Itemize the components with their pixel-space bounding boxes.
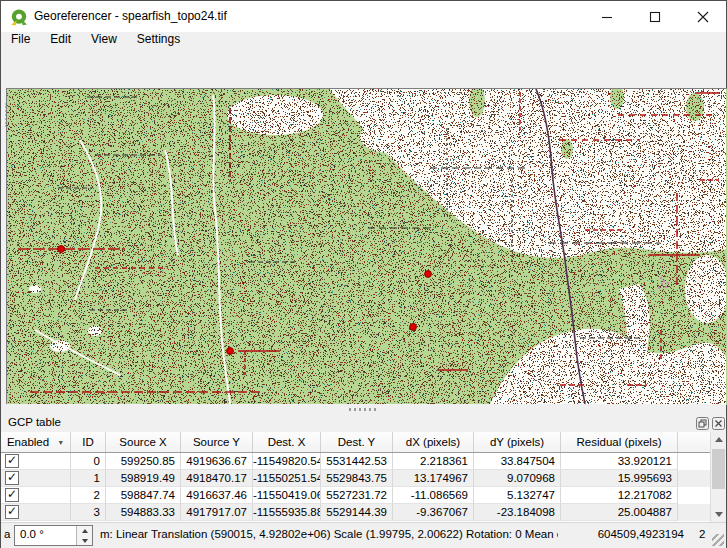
enabled-checkbox[interactable]: ✓: [5, 505, 19, 519]
gcp-cell[interactable]: 25.004887: [561, 504, 678, 521]
enabled-cell: ✓: [1, 487, 71, 504]
minimize-button[interactable]: [583, 1, 630, 32]
panel-close-button[interactable]: [711, 416, 725, 430]
gcp-cell[interactable]: -11549820.54: [253, 453, 321, 470]
gcp-cell[interactable]: 5531442.53: [321, 453, 393, 470]
rotation-label-truncated: a: [4, 528, 10, 540]
status-bar: a 0.0 ° m: Linear Translation (590015, 4…: [1, 522, 726, 548]
gcp-cell[interactable]: 5.132747: [474, 487, 561, 504]
gcp-cell[interactable]: 4916637.46: [181, 487, 253, 504]
panel-splitter[interactable]: [1, 404, 726, 415]
panel-float-button[interactable]: [695, 416, 709, 430]
sort-indicator-icon[interactable]: ▼: [57, 433, 64, 452]
scroll-up-arrow-icon[interactable]: [711, 432, 726, 447]
minimize-icon: [601, 11, 613, 23]
gcp-cell[interactable]: 3: [71, 504, 106, 521]
gcp-cell[interactable]: 2: [71, 487, 106, 504]
menu-item-settings[interactable]: Settings: [127, 32, 190, 47]
speckle-teal-layer: [7, 89, 726, 404]
gcp-cell[interactable]: 4919636.67: [181, 453, 253, 470]
gcp-cell[interactable]: 33.920121: [561, 453, 678, 470]
table-row[interactable]: ✓2598847.744916637.46-11550419.065527231…: [1, 487, 711, 504]
gcp-point-marker[interactable]: [58, 246, 65, 253]
spin-up-button[interactable]: [77, 526, 92, 535]
gcp-table-panel: GCP table Enabled▼IDSource XSource YDest…: [1, 415, 726, 522]
column-header[interactable]: ID: [71, 432, 106, 452]
gcp-cell[interactable]: -23.184098: [474, 504, 561, 521]
scroll-down-arrow-icon[interactable]: [711, 507, 726, 522]
maximize-button[interactable]: [631, 1, 678, 32]
topo-raster: [7, 89, 726, 404]
window-title: Georeferencer - spearfish_topo24.tif: [34, 1, 227, 32]
transform-summary: m: Linear Translation (590015, 4.92802e+…: [100, 528, 558, 540]
gcp-cell[interactable]: 2.218361: [393, 453, 474, 470]
enabled-checkbox[interactable]: ✓: [5, 471, 19, 485]
gcp-cell[interactable]: 12.217082: [561, 487, 678, 504]
gcp-cell[interactable]: -11555935.88: [253, 504, 321, 521]
gcp-point-marker[interactable]: [410, 324, 417, 331]
gcp-cell[interactable]: 0: [71, 453, 106, 470]
rotation-value: 0.0 °: [20, 528, 44, 540]
menu-item-edit[interactable]: Edit: [40, 32, 81, 47]
toolbar: ★: [1, 47, 726, 88]
column-header[interactable]: dX (pixels): [393, 432, 474, 452]
gcp-cell[interactable]: 599250.85: [106, 453, 181, 470]
gcp-cell[interactable]: 4917917.07: [181, 504, 253, 521]
gcp-table-header: Enabled▼IDSource XSource YDest. XDest. Y…: [1, 432, 711, 453]
gcp-cell[interactable]: 1: [71, 470, 106, 487]
menu-bar: File Edit View Settings: [1, 32, 726, 47]
column-header[interactable]: Dest. X: [253, 432, 321, 452]
table-scrollbar[interactable]: [710, 432, 726, 522]
column-header-blank: [678, 432, 711, 452]
table-row[interactable]: ✓0599250.854919636.67-11549820.545531442…: [1, 453, 711, 470]
gcp-cell[interactable]: 598847.74: [106, 487, 181, 504]
rotation-spinbox[interactable]: 0.0 °: [14, 525, 93, 546]
gcp-cell[interactable]: 33.847504: [474, 453, 561, 470]
column-header[interactable]: Source Y: [181, 432, 253, 452]
gcp-cell[interactable]: 5527231.72: [321, 487, 393, 504]
gcp-cell[interactable]: 9.070968: [474, 470, 561, 487]
title-bar: Georeferencer - spearfish_topo24.tif: [1, 1, 726, 32]
gcp-cell[interactable]: -11550251.54: [253, 470, 321, 487]
gcp-panel-title: GCP table: [8, 416, 61, 428]
gcp-cell[interactable]: 4918470.17: [181, 470, 253, 487]
gcp-cell[interactable]: 5529144.39: [321, 504, 393, 521]
enabled-cell: ✓: [1, 504, 71, 521]
menu-item-file[interactable]: File: [1, 32, 40, 47]
panel-close-icon: [712, 417, 725, 430]
enabled-checkbox[interactable]: ✓: [5, 454, 19, 468]
close-icon: [697, 11, 709, 23]
column-header[interactable]: Residual (pixels): [561, 432, 678, 452]
column-header[interactable]: Dest. Y: [321, 432, 393, 452]
maximize-icon: [649, 11, 661, 23]
splitter-handle-icon: [349, 408, 379, 411]
scale-truncated: 2: [699, 528, 705, 540]
gcp-cell[interactable]: 15.995693: [561, 470, 678, 487]
map-canvas[interactable]: [6, 88, 727, 405]
menu-item-view[interactable]: View: [81, 32, 127, 47]
gcp-cell[interactable]: 5529843.75: [321, 470, 393, 487]
table-row[interactable]: ✓3594883.334917917.07-11555935.885529144…: [1, 504, 711, 521]
gcp-cell[interactable]: -9.367067: [393, 504, 474, 521]
column-header[interactable]: dY (pixels): [474, 432, 561, 452]
column-header[interactable]: Enabled▼: [1, 432, 71, 452]
gcp-table-body: ✓0599250.854919636.67-11549820.545531442…: [1, 453, 711, 522]
resize-grip[interactable]: [712, 534, 724, 546]
cursor-coordinates: 604509,4923194: [554, 528, 684, 540]
gcp-cell[interactable]: 598919.49: [106, 470, 181, 487]
gcp-cell[interactable]: 594883.33: [106, 504, 181, 521]
qgis-logo-icon: [10, 8, 28, 26]
gcp-point-marker[interactable]: [425, 271, 432, 278]
spin-down-button[interactable]: [77, 536, 92, 545]
spin-buttons: [76, 526, 92, 545]
table-row[interactable]: ✓1598919.494918470.17-11550251.545529843…: [1, 470, 711, 487]
gcp-cell[interactable]: -11550419.06: [253, 487, 321, 504]
gcp-cell[interactable]: -11.086569: [393, 487, 474, 504]
gcp-point-marker[interactable]: [227, 348, 234, 355]
close-button[interactable]: [679, 1, 726, 32]
scrollbar-thumb[interactable]: [712, 449, 725, 489]
gcp-cell[interactable]: 13.174967: [393, 470, 474, 487]
column-header[interactable]: Source X: [106, 432, 181, 452]
enabled-checkbox[interactable]: ✓: [5, 488, 19, 502]
float-panel-icon: [696, 417, 709, 430]
